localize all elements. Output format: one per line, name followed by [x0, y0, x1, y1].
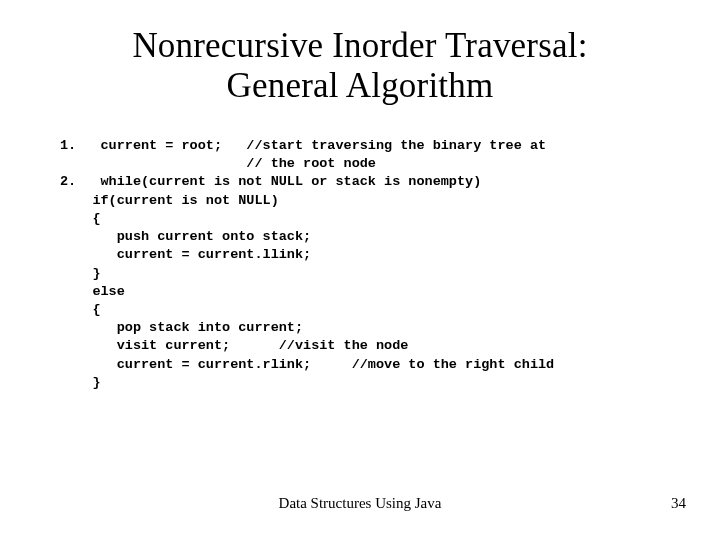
title-line-1: Nonrecursive Inorder Traversal: [132, 26, 587, 65]
algorithm-code: 1. current = root; //start traversing th… [60, 137, 554, 392]
page-number: 34 [671, 495, 686, 512]
slide-title: Nonrecursive Inorder Traversal: General … [0, 0, 720, 107]
slide: Nonrecursive Inorder Traversal: General … [0, 0, 720, 540]
title-line-2: General Algorithm [227, 66, 494, 105]
footer-center: Data Structures Using Java [0, 495, 720, 512]
